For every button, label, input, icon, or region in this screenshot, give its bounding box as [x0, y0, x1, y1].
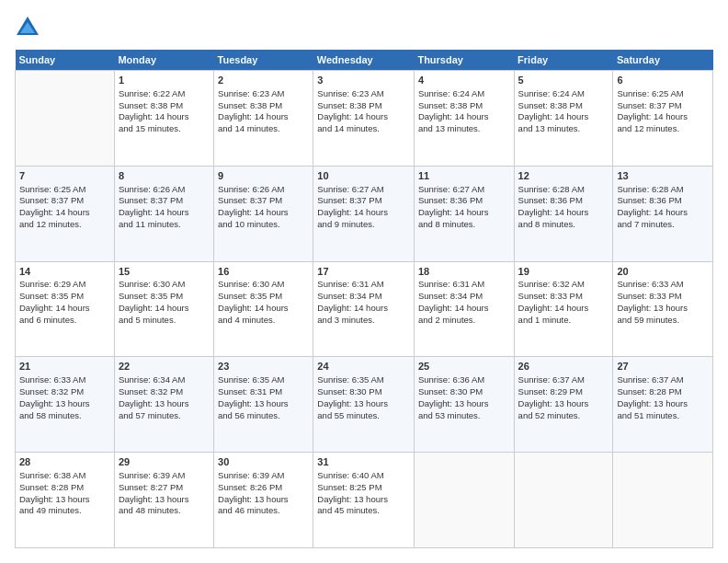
day-number: 29: [119, 455, 210, 469]
day-number: 13: [617, 169, 709, 183]
calendar-cell: 13Sunrise: 6:28 AMSunset: 8:36 PMDayligh…: [613, 166, 713, 261]
weekday-header-wednesday: Wednesday: [313, 50, 415, 71]
day-info: Sunrise: 6:37 AMSunset: 8:29 PMDaylight:…: [518, 374, 589, 419]
day-info: Sunrise: 6:40 AMSunset: 8:25 PMDaylight:…: [317, 470, 388, 515]
day-info: Sunrise: 6:28 AMSunset: 8:36 PMDaylight:…: [617, 184, 688, 229]
calendar-cell: 14Sunrise: 6:29 AMSunset: 8:35 PMDayligh…: [16, 261, 115, 357]
logo: [15, 15, 44, 40]
calendar-cell: 12Sunrise: 6:28 AMSunset: 8:36 PMDayligh…: [514, 166, 613, 261]
day-number: 11: [418, 169, 510, 183]
calendar-cell: 6Sunrise: 6:25 AMSunset: 8:37 PMDaylight…: [613, 71, 713, 167]
day-number: 27: [617, 360, 709, 373]
calendar-cell: 9Sunrise: 6:26 AMSunset: 8:37 PMDaylight…: [214, 166, 313, 261]
day-number: 24: [317, 360, 410, 373]
day-number: 9: [218, 169, 309, 183]
calendar-cell: 17Sunrise: 6:31 AMSunset: 8:34 PMDayligh…: [313, 261, 415, 357]
day-info: Sunrise: 6:25 AMSunset: 8:37 PMDaylight:…: [617, 88, 688, 133]
day-info: Sunrise: 6:36 AMSunset: 8:30 PMDaylight:…: [418, 374, 489, 419]
calendar-week-row: 1Sunrise: 6:22 AMSunset: 8:38 PMDaylight…: [16, 71, 713, 167]
calendar-cell: [613, 453, 713, 548]
page: SundayMondayTuesdayWednesdayThursdayFrid…: [0, 0, 728, 563]
day-info: Sunrise: 6:30 AMSunset: 8:35 PMDaylight:…: [119, 279, 189, 324]
day-number: 8: [119, 169, 210, 183]
day-number: 6: [617, 74, 709, 87]
day-number: 10: [317, 169, 410, 183]
day-number: 12: [518, 169, 609, 183]
day-info: Sunrise: 6:30 AMSunset: 8:35 PMDaylight:…: [218, 279, 289, 324]
day-number: 7: [19, 169, 110, 183]
day-number: 15: [119, 265, 210, 279]
calendar-cell: 15Sunrise: 6:30 AMSunset: 8:35 PMDayligh…: [114, 261, 213, 357]
day-number: 5: [518, 74, 609, 87]
calendar-cell: 21Sunrise: 6:33 AMSunset: 8:32 PMDayligh…: [16, 357, 115, 453]
day-info: Sunrise: 6:23 AMSunset: 8:38 PMDaylight:…: [218, 88, 289, 133]
calendar-cell: 25Sunrise: 6:36 AMSunset: 8:30 PMDayligh…: [414, 357, 514, 453]
day-info: Sunrise: 6:26 AMSunset: 8:37 PMDaylight:…: [119, 184, 189, 229]
day-number: 1: [119, 74, 210, 87]
day-info: Sunrise: 6:32 AMSunset: 8:33 PMDaylight:…: [518, 279, 589, 324]
day-info: Sunrise: 6:38 AMSunset: 8:28 PMDaylight:…: [19, 470, 90, 515]
day-info: Sunrise: 6:37 AMSunset: 8:28 PMDaylight:…: [617, 374, 688, 419]
calendar-cell: [514, 453, 613, 548]
day-number: 17: [317, 265, 410, 279]
calendar-week-row: 28Sunrise: 6:38 AMSunset: 8:28 PMDayligh…: [16, 453, 713, 548]
day-info: Sunrise: 6:24 AMSunset: 8:38 PMDaylight:…: [518, 88, 589, 133]
calendar-cell: 8Sunrise: 6:26 AMSunset: 8:37 PMDaylight…: [114, 166, 213, 261]
day-number: 25: [418, 360, 510, 373]
day-number: 2: [218, 74, 309, 87]
day-info: Sunrise: 6:33 AMSunset: 8:33 PMDaylight:…: [617, 279, 688, 324]
calendar-cell: 28Sunrise: 6:38 AMSunset: 8:28 PMDayligh…: [16, 453, 115, 548]
day-number: 20: [617, 265, 709, 279]
calendar-week-row: 21Sunrise: 6:33 AMSunset: 8:32 PMDayligh…: [16, 357, 713, 453]
day-info: Sunrise: 6:31 AMSunset: 8:34 PMDaylight:…: [317, 279, 388, 324]
day-info: Sunrise: 6:24 AMSunset: 8:38 PMDaylight:…: [418, 88, 489, 133]
day-info: Sunrise: 6:35 AMSunset: 8:30 PMDaylight:…: [317, 374, 388, 419]
calendar-cell: 2Sunrise: 6:23 AMSunset: 8:38 PMDaylight…: [214, 71, 313, 167]
day-info: Sunrise: 6:33 AMSunset: 8:32 PMDaylight:…: [19, 374, 90, 419]
weekday-header-monday: Monday: [114, 50, 213, 71]
calendar-cell: 22Sunrise: 6:34 AMSunset: 8:32 PMDayligh…: [114, 357, 213, 453]
calendar-cell: 5Sunrise: 6:24 AMSunset: 8:38 PMDaylight…: [514, 71, 613, 167]
day-info: Sunrise: 6:39 AMSunset: 8:27 PMDaylight:…: [119, 470, 189, 515]
calendar-cell: 16Sunrise: 6:30 AMSunset: 8:35 PMDayligh…: [214, 261, 313, 357]
day-info: Sunrise: 6:23 AMSunset: 8:38 PMDaylight:…: [317, 88, 388, 133]
day-number: 16: [218, 265, 309, 279]
logo-icon: [15, 15, 40, 40]
calendar-cell: 11Sunrise: 6:27 AMSunset: 8:36 PMDayligh…: [414, 166, 514, 261]
calendar-cell: 20Sunrise: 6:33 AMSunset: 8:33 PMDayligh…: [613, 261, 713, 357]
day-number: 23: [218, 360, 309, 373]
weekday-header-saturday: Saturday: [613, 50, 713, 71]
calendar-cell: 4Sunrise: 6:24 AMSunset: 8:38 PMDaylight…: [414, 71, 514, 167]
day-number: 19: [518, 265, 609, 279]
day-info: Sunrise: 6:27 AMSunset: 8:36 PMDaylight:…: [418, 184, 489, 229]
calendar-cell: 23Sunrise: 6:35 AMSunset: 8:31 PMDayligh…: [214, 357, 313, 453]
day-info: Sunrise: 6:31 AMSunset: 8:34 PMDaylight:…: [418, 279, 489, 324]
calendar-cell: [16, 71, 115, 167]
calendar-cell: [414, 453, 514, 548]
weekday-header-thursday: Thursday: [414, 50, 514, 71]
weekday-header-sunday: Sunday: [16, 50, 115, 71]
day-info: Sunrise: 6:39 AMSunset: 8:26 PMDaylight:…: [218, 470, 289, 515]
day-info: Sunrise: 6:22 AMSunset: 8:38 PMDaylight:…: [119, 88, 189, 133]
day-number: 26: [518, 360, 609, 373]
calendar-table: SundayMondayTuesdayWednesdayThursdayFrid…: [15, 50, 713, 548]
day-number: 4: [418, 74, 510, 87]
calendar-week-row: 7Sunrise: 6:25 AMSunset: 8:37 PMDaylight…: [16, 166, 713, 261]
calendar-cell: 3Sunrise: 6:23 AMSunset: 8:38 PMDaylight…: [313, 71, 415, 167]
weekday-header-tuesday: Tuesday: [214, 50, 313, 71]
day-info: Sunrise: 6:26 AMSunset: 8:37 PMDaylight:…: [218, 184, 289, 229]
day-info: Sunrise: 6:34 AMSunset: 8:32 PMDaylight:…: [119, 374, 189, 419]
calendar-cell: 1Sunrise: 6:22 AMSunset: 8:38 PMDaylight…: [114, 71, 213, 167]
day-number: 22: [119, 360, 210, 373]
day-number: 14: [19, 265, 110, 279]
day-number: 18: [418, 265, 510, 279]
day-number: 3: [317, 74, 410, 87]
weekday-header-friday: Friday: [514, 50, 613, 71]
day-info: Sunrise: 6:27 AMSunset: 8:37 PMDaylight:…: [317, 184, 388, 229]
day-info: Sunrise: 6:29 AMSunset: 8:35 PMDaylight:…: [19, 279, 90, 324]
calendar-cell: 19Sunrise: 6:32 AMSunset: 8:33 PMDayligh…: [514, 261, 613, 357]
calendar-cell: 30Sunrise: 6:39 AMSunset: 8:26 PMDayligh…: [214, 453, 313, 548]
calendar-cell: 7Sunrise: 6:25 AMSunset: 8:37 PMDaylight…: [16, 166, 115, 261]
day-number: 21: [19, 360, 110, 373]
calendar-cell: 29Sunrise: 6:39 AMSunset: 8:27 PMDayligh…: [114, 453, 213, 548]
